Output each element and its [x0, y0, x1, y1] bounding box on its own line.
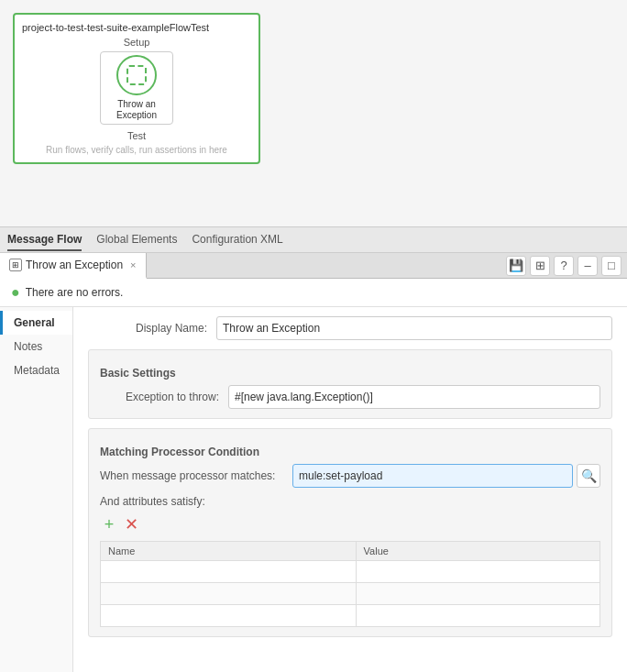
tabs-bar: Message Flow Global Elements Configurati… [0, 227, 627, 253]
col-value-header: Value [356, 542, 600, 561]
display-name-label: Display Name: [88, 322, 207, 335]
form-area: Display Name: Basic Settings Exception t… [73, 307, 627, 672]
exception-input[interactable] [228, 385, 600, 409]
status-text: There are no errors. [26, 286, 124, 299]
left-nav: General Notes Metadata [0, 307, 73, 672]
help-button[interactable]: ? [554, 256, 574, 276]
status-bar: ● There are no errors. [0, 279, 627, 307]
tab-message-flow[interactable]: Message Flow [7, 229, 82, 251]
component-box[interactable]: Throw an Exception [100, 51, 173, 125]
test-description: Run flows, verify calls, run assertions … [22, 145, 251, 155]
remove-row-button[interactable]: ✕ [122, 515, 140, 534]
tab-global-elements[interactable]: Global Elements [96, 229, 177, 251]
nav-item-metadata[interactable]: Metadata [0, 358, 72, 382]
editor-tabs: ⊞ Throw an Exception × 💾 ⊞ ? – □ [0, 253, 627, 279]
matching-title: Matching Processor Condition [100, 446, 600, 458]
attributes-label: And attributes satisfy: [100, 495, 600, 508]
flow-title: project-to-test-test-suite-exampleFlowTe… [22, 22, 251, 33]
canvas-area: project-to-test-test-suite-exampleFlowTe… [0, 0, 627, 227]
setup-label: Setup [22, 37, 251, 48]
nav-item-notes[interactable]: Notes [0, 335, 72, 358]
table-cell-value[interactable] [356, 561, 600, 583]
when-row: When message processor matches: 🔍 [100, 464, 600, 488]
basic-settings-title: Basic Settings [100, 367, 600, 380]
table-row [101, 605, 600, 627]
exception-label: Exception to throw: [100, 391, 219, 403]
flow-container: project-to-test-test-suite-exampleFlowTe… [13, 13, 260, 164]
editor-toolbar: 💾 ⊞ ? – □ [500, 254, 627, 278]
when-input-wrap: 🔍 [292, 464, 600, 488]
nav-item-general[interactable]: General [0, 311, 72, 335]
minimize-button[interactable]: – [578, 256, 598, 276]
action-btns: + ✕ [100, 515, 600, 534]
tab-close-button[interactable]: × [130, 259, 136, 270]
table-cell-name[interactable] [101, 605, 357, 627]
basic-settings-section: Basic Settings Exception to throw: [88, 349, 612, 419]
tab-configuration-xml[interactable]: Configuration XML [192, 229, 282, 251]
editor-body: ● There are no errors. General Notes Met… [0, 279, 627, 672]
search-button[interactable]: 🔍 [577, 464, 600, 488]
table-cell-value[interactable] [356, 605, 600, 627]
table-cell-value[interactable] [356, 583, 600, 605]
save-button[interactable]: 💾 [506, 256, 526, 276]
display-name-input[interactable] [216, 316, 612, 340]
tree-button[interactable]: ⊞ [530, 256, 550, 276]
main-content: General Notes Metadata Display Name: Bas… [0, 307, 627, 672]
table-row [101, 561, 600, 583]
maximize-button[interactable]: □ [601, 256, 622, 276]
exception-row: Exception to throw: [100, 385, 600, 409]
setup-section: Setup Throw an Exception Test Run flows,… [22, 37, 251, 155]
matching-section: Matching Processor Condition When messag… [88, 428, 612, 637]
status-icon: ● [11, 284, 20, 301]
add-row-button[interactable]: + [100, 515, 118, 534]
editor-tab-label: Throw an Exception [26, 259, 123, 271]
attributes-table: Name Value [100, 541, 600, 627]
tab-icon: ⊞ [9, 259, 22, 271]
table-cell-name[interactable] [101, 583, 357, 605]
table-row [101, 583, 600, 605]
component-icon-inner [126, 65, 147, 85]
editor-tab-throw[interactable]: ⊞ Throw an Exception × [0, 253, 147, 279]
when-label: When message processor matches: [100, 469, 283, 482]
test-label: Test [22, 130, 251, 141]
component-label: Throw an Exception [116, 99, 157, 121]
table-cell-name[interactable] [101, 561, 357, 583]
when-input[interactable] [292, 464, 573, 488]
col-name-header: Name [101, 542, 357, 561]
display-name-row: Display Name: [88, 316, 612, 340]
main-editor: ⊞ Throw an Exception × 💾 ⊞ ? – □ ● There… [0, 253, 627, 672]
component-icon [116, 55, 157, 95]
